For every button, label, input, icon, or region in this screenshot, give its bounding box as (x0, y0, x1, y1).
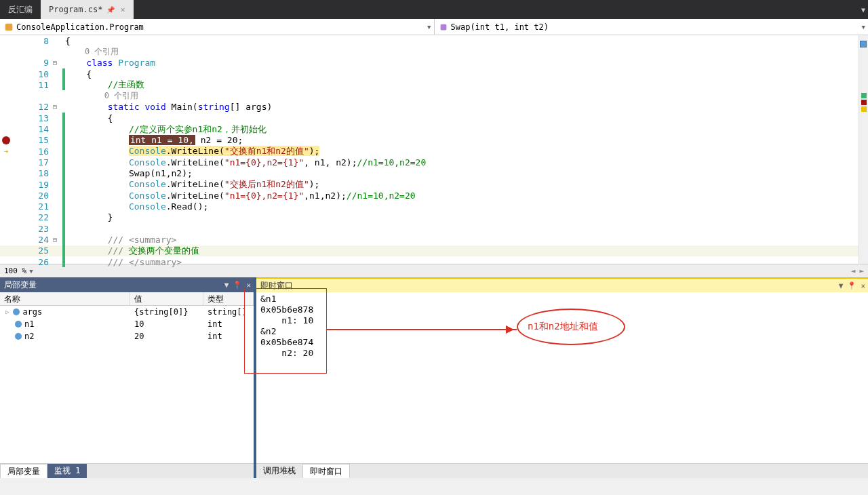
tab-disassembly[interactable]: 反汇编 (0, 0, 41, 19)
chevron-down-icon: ▼ (29, 268, 33, 275)
chevron-down-icon: ▼ (862, 24, 865, 31)
dropdown-icon[interactable]: ▼ (839, 281, 844, 290)
pin-icon[interactable]: 📍 (233, 281, 242, 290)
variable-icon (13, 309, 20, 315)
breakpoint-icon[interactable] (2, 136, 10, 144)
chevron-down-icon: ▼ (427, 24, 431, 31)
tab-program-cs[interactable]: Program.cs* 📌 ✕ (41, 0, 134, 19)
execution-pointer-icon[interactable]: ➜ (4, 147, 9, 156)
col-value[interactable]: 值 (130, 292, 203, 305)
dropdown-icon[interactable]: ▼ (224, 281, 229, 290)
document-tab-bar: 反汇编 Program.cs* 📌 ✕ ▼ (0, 0, 868, 19)
code-editor[interactable]: 8{ 0 个引用 9⊟ class Program 10 { 11 //主函数 … (0, 35, 868, 264)
navigation-bar: ConsoleApplication.Program▼ Swap(int t1,… (0, 19, 868, 35)
svg-rect-0 (5, 23, 13, 31)
locals-row[interactable]: n1 10int (0, 318, 254, 330)
member-selector[interactable]: Swap(int t1, int t2)▼ (435, 19, 869, 35)
immediate-panel: 即时窗口 ▼ 📍 ✕ &n1 0x05b6e878 n1: 10 &n2 0x0… (256, 277, 868, 478)
overview-ruler[interactable] (859, 35, 868, 264)
variable-icon (15, 321, 22, 328)
immediate-panel-header[interactable]: 即时窗口 ▼ 📍 ✕ (256, 277, 868, 292)
close-icon[interactable]: ✕ (861, 281, 865, 290)
pin-icon[interactable]: 📍 (847, 281, 856, 290)
locals-panel: 局部变量 ▼ 📍 ✕ 名称 值 类型 ▷args {string[0]}stri… (0, 277, 256, 478)
tab-callstack[interactable]: 调用堆栈 (256, 464, 302, 478)
immediate-window-body[interactable]: &n1 0x05b6e878 n1: 10 &n2 0x05b6e874 n2:… (256, 292, 868, 463)
variable-icon (15, 333, 22, 340)
col-name[interactable]: 名称 (0, 292, 130, 305)
fold-icon[interactable]: ⊟ (53, 103, 61, 111)
method-icon (439, 22, 448, 32)
class-selector[interactable]: ConsoleApplication.Program▼ (0, 19, 435, 35)
pin-icon[interactable]: 📌 (106, 6, 115, 14)
locals-row[interactable]: ▷args {string[0]}string[] (0, 306, 254, 318)
locals-column-headers: 名称 值 类型 (0, 292, 254, 306)
tab-immediate[interactable]: 即时窗口 (302, 464, 350, 478)
zoom-level[interactable]: 100 %▼ (4, 266, 33, 275)
class-icon (4, 22, 14, 32)
close-icon[interactable]: ✕ (120, 5, 125, 14)
svg-rect-1 (440, 24, 446, 30)
fold-icon[interactable]: ⊟ (53, 59, 61, 66)
annotation-arrow (327, 329, 517, 330)
annotation-box (244, 288, 327, 374)
expand-icon[interactable]: ▷ (5, 309, 9, 315)
tab-watch[interactable]: 监视 1 (47, 464, 87, 478)
scroll-right-icon[interactable]: ► (859, 266, 864, 275)
locals-panel-header[interactable]: 局部变量 ▼ 📍 ✕ (0, 277, 254, 292)
tab-overflow-dropdown[interactable]: ▼ (861, 6, 865, 14)
locals-row[interactable]: n2 20int (0, 330, 254, 342)
fold-icon[interactable]: ⊟ (53, 236, 61, 243)
split-icon[interactable] (860, 41, 867, 47)
tab-locals[interactable]: 局部变量 (0, 464, 47, 478)
scroll-left-icon[interactable]: ◄ (851, 266, 856, 275)
annotation-text: n1和n2地址和值 (528, 321, 598, 333)
